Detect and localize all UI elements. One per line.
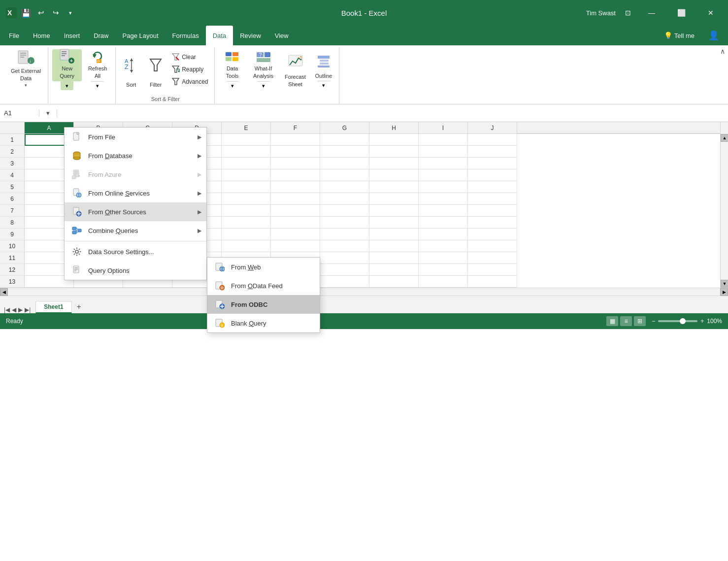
submenu-item-blank-query[interactable]: ? Blank Query <box>207 314 320 332</box>
corner-cell[interactable] <box>0 122 25 133</box>
page-layout-view-button[interactable]: ≡ <box>620 316 632 326</box>
sheet-tab-sheet1[interactable]: Sheet1 <box>35 301 71 313</box>
cell-g1[interactable] <box>320 134 369 146</box>
what-if-dropdown[interactable]: ▾ <box>257 81 270 90</box>
cell-g7[interactable] <box>320 205 369 217</box>
get-external-data-button[interactable]: ↓ Get ExternalData ▾ <box>7 49 45 90</box>
cell-g5[interactable] <box>320 181 369 193</box>
menu-review[interactable]: Review <box>233 26 268 45</box>
cell-g8[interactable] <box>320 217 369 229</box>
clear-button[interactable]: Clear <box>169 51 211 63</box>
sort-button[interactable]: A Z Sort <box>120 49 142 90</box>
row-num-4[interactable]: 4 <box>0 169 24 181</box>
cell-f5[interactable] <box>271 181 320 193</box>
formula-expand-icon[interactable]: ▾ <box>39 109 57 117</box>
cell-e7[interactable] <box>222 205 271 217</box>
col-header-j[interactable]: J <box>468 122 517 133</box>
row-num-11[interactable]: 11 <box>0 252 24 264</box>
menu-formulas[interactable]: Formulas <box>165 26 206 45</box>
submenu-item-from-odbc[interactable]: From ODBC <box>207 295 320 314</box>
cell-e9[interactable] <box>222 229 271 240</box>
cell-i1[interactable] <box>419 134 468 146</box>
ribbon-collapse-button[interactable]: ∧ <box>720 47 725 55</box>
quick-access-more-icon[interactable]: ▾ <box>65 7 76 18</box>
excel-logo-icon[interactable]: X <box>6 7 17 18</box>
cell-f8[interactable] <box>271 217 320 229</box>
cell-e5[interactable] <box>222 181 271 193</box>
data-tools-dropdown[interactable]: ▾ <box>226 81 239 90</box>
tab-first-button[interactable]: |◀ <box>4 306 10 313</box>
cell-h10[interactable] <box>369 240 419 252</box>
cell-j9[interactable] <box>468 229 517 240</box>
cell-f3[interactable] <box>271 158 320 169</box>
cell-i11[interactable] <box>419 252 468 264</box>
cell-h4[interactable] <box>369 169 419 181</box>
page-break-view-button[interactable]: ⊞ <box>634 316 646 326</box>
cell-e3[interactable] <box>222 158 271 169</box>
what-if-button[interactable]: ? What-IfAnalysis <box>247 49 280 81</box>
new-query-button[interactable]: + NewQuery <box>52 49 82 81</box>
cell-i5[interactable] <box>419 181 468 193</box>
cell-j1[interactable] <box>468 134 517 146</box>
cell-h12[interactable] <box>369 264 419 276</box>
cell-g13[interactable] <box>320 276 369 288</box>
col-header-f[interactable]: F <box>271 122 320 133</box>
cell-f7[interactable] <box>271 205 320 217</box>
cell-i7[interactable] <box>419 205 468 217</box>
menu-data[interactable]: Data <box>206 26 233 45</box>
cell-i9[interactable] <box>419 229 468 240</box>
cell-h6[interactable] <box>369 193 419 205</box>
cell-j3[interactable] <box>468 158 517 169</box>
reapply-button[interactable]: Reapply <box>169 64 211 75</box>
tab-last-button[interactable]: ▶| <box>25 306 31 313</box>
zoom-plus-icon[interactable]: + <box>700 318 704 325</box>
cell-e6[interactable] <box>222 193 271 205</box>
col-header-e[interactable]: E <box>222 122 271 133</box>
tab-next-button[interactable]: ▶ <box>18 306 23 313</box>
cell-j12[interactable] <box>468 264 517 276</box>
cell-e10[interactable] <box>222 240 271 252</box>
cell-g6[interactable] <box>320 193 369 205</box>
restore-window-icon[interactable]: ⊡ <box>623 7 633 18</box>
cell-h1[interactable] <box>369 134 419 146</box>
row-num-3[interactable]: 3 <box>0 158 24 169</box>
row-num-8[interactable]: 8 <box>0 217 24 229</box>
cell-g9[interactable] <box>320 229 369 240</box>
cell-j2[interactable] <box>468 146 517 158</box>
redo-icon[interactable]: ↪ <box>50 7 61 18</box>
filter-button[interactable]: Filter <box>144 49 167 90</box>
cell-j10[interactable] <box>468 240 517 252</box>
cell-i13[interactable] <box>419 276 468 288</box>
cell-i6[interactable] <box>419 193 468 205</box>
row-num-9[interactable]: 9 <box>0 229 24 240</box>
menu-view[interactable]: View <box>268 26 296 45</box>
menu-draw[interactable]: Draw <box>87 26 115 45</box>
row-num-1[interactable]: 1 <box>0 134 24 146</box>
cell-f9[interactable] <box>271 229 320 240</box>
col-header-i[interactable]: I <box>419 122 468 133</box>
row-num-6[interactable]: 6 <box>0 193 24 205</box>
cell-f4[interactable] <box>271 169 320 181</box>
cell-e1[interactable] <box>222 134 271 146</box>
submenu-item-from-web[interactable]: From Web <box>207 258 320 276</box>
user-account[interactable]: 👤 <box>701 26 726 45</box>
cell-h13[interactable] <box>369 276 419 288</box>
cell-j8[interactable] <box>468 217 517 229</box>
menu-item-query-options[interactable]: Query Options <box>65 261 206 280</box>
restore-button[interactable]: ⬜ <box>670 5 693 21</box>
cell-h11[interactable] <box>369 252 419 264</box>
cell-h7[interactable] <box>369 205 419 217</box>
advanced-button[interactable]: Advanced <box>169 76 211 88</box>
close-button[interactable]: ✕ <box>699 5 722 21</box>
cell-j11[interactable] <box>468 252 517 264</box>
minimize-button[interactable]: — <box>640 5 663 21</box>
cell-f1[interactable] <box>271 134 320 146</box>
horizontal-scrollbar[interactable]: ◀ ▶ <box>0 288 728 296</box>
forecast-sheet-button[interactable]: ForecastSheet <box>281 49 310 90</box>
cell-g2[interactable] <box>320 146 369 158</box>
cell-f2[interactable] <box>271 146 320 158</box>
cell-i4[interactable] <box>419 169 468 181</box>
cell-j7[interactable] <box>468 205 517 217</box>
add-sheet-button[interactable]: + <box>73 300 85 313</box>
scroll-right-button[interactable]: ▶ <box>720 288 728 296</box>
